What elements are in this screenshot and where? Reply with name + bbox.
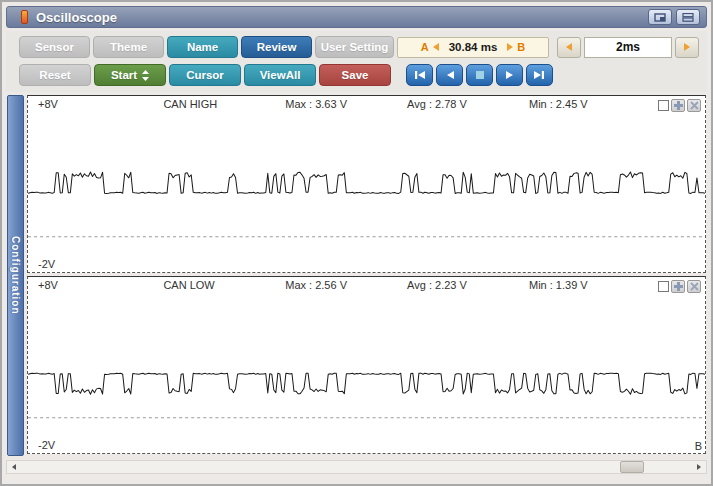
add-channel-button[interactable] (671, 280, 685, 293)
titlebar: Oscilloscope (6, 6, 707, 28)
arrow-right-orange-icon (507, 43, 513, 51)
timebase-value[interactable]: 2ms (584, 37, 672, 58)
cursor-a-label: A (421, 41, 429, 53)
save-button[interactable]: Save (319, 64, 391, 86)
viewall-button[interactable]: ViewAll (244, 64, 316, 86)
step-back-icon (444, 70, 455, 80)
window-title: Oscilloscope (36, 10, 117, 25)
scroll-left-button[interactable] (7, 461, 21, 473)
arrow-left-orange-icon (433, 43, 439, 51)
stop-icon (475, 70, 485, 80)
scrollbar-thumb[interactable] (620, 461, 644, 473)
timebase-decrease-button[interactable] (557, 37, 581, 58)
max-value: Max : 2.56 V (285, 279, 347, 291)
arrow-left-orange-icon (566, 43, 572, 51)
channel-visibility-checkbox[interactable] (658, 281, 669, 292)
plus-icon (674, 101, 683, 110)
min-value: Min : 1.39 V (529, 279, 588, 291)
min-value: Min : 2.45 V (529, 98, 588, 110)
skip-to-start-icon (413, 70, 426, 80)
skip-to-end-icon (533, 70, 546, 80)
plus-icon (674, 282, 683, 291)
close-channel-button[interactable] (687, 280, 701, 293)
skip-to-start-button[interactable] (406, 64, 433, 86)
cursor-button[interactable]: Cursor (169, 64, 241, 86)
play-icon (504, 70, 515, 80)
cursor-b-label: B (517, 41, 525, 53)
arrow-right-orange-icon (684, 43, 690, 51)
start-button-label: Start (111, 65, 137, 85)
configuration-tab-label: Configuration (10, 236, 21, 315)
scroll-right-icon (697, 464, 701, 470)
oscilloscope-window: Oscilloscope Sensor Theme Name Review (0, 0, 713, 486)
avg-value: Avg : 2.78 V (407, 98, 467, 110)
user-setting-button[interactable]: User Setting (315, 36, 394, 58)
top-voltage-label: +8V (38, 98, 58, 110)
bottom-voltage-label: -2V (38, 258, 55, 270)
scroll-left-icon (12, 464, 16, 470)
can-high-waveform (28, 96, 705, 272)
max-value: Max : 3.63 V (285, 98, 347, 110)
window-restore-icon (654, 13, 666, 22)
window-restore-button[interactable] (648, 9, 672, 25)
name-button[interactable]: Name (167, 36, 238, 58)
ab-time-range-display: A 30.84 ms B (397, 37, 549, 58)
skip-to-end-button[interactable] (526, 64, 553, 86)
ab-time-value: 30.84 ms (443, 41, 504, 53)
close-channel-button[interactable] (687, 99, 701, 112)
close-x-icon (690, 282, 699, 291)
play-button[interactable] (496, 64, 523, 86)
close-x-icon (690, 101, 699, 110)
channel-panel-can-low: +8V CAN LOW Max : 2.56 V Avg : 2.23 V Mi… (27, 276, 706, 454)
window-minimize-button[interactable] (676, 9, 700, 25)
sensor-button[interactable]: Sensor (19, 36, 90, 58)
channel-visibility-checkbox[interactable] (658, 100, 669, 111)
window-minimize-icon (682, 13, 694, 22)
can-low-waveform (28, 277, 705, 453)
reset-button[interactable]: Reset (19, 64, 91, 86)
app-icon (21, 10, 28, 24)
scroll-right-button[interactable] (692, 461, 706, 473)
stop-button[interactable] (466, 64, 493, 86)
panel-header: +8V CAN HIGH Max : 3.63 V Avg : 2.78 V M… (28, 98, 705, 114)
spinner-updown-icon (142, 70, 149, 81)
panel-header: +8V CAN LOW Max : 2.56 V Avg : 2.23 V Mi… (28, 279, 705, 295)
channel-name: CAN HIGH (163, 98, 217, 110)
add-channel-button[interactable] (671, 99, 685, 112)
top-voltage-label: +8V (38, 279, 58, 291)
cursor-b-marker: B (695, 440, 702, 452)
theme-button[interactable]: Theme (93, 36, 164, 58)
timebase-increase-button[interactable] (675, 37, 699, 58)
toolbar: Sensor Theme Name Review User Setting A … (6, 31, 707, 92)
step-back-button[interactable] (436, 64, 463, 86)
bottom-voltage-label: -2V (38, 439, 55, 451)
channel-name: CAN LOW (163, 279, 214, 291)
channel-panel-can-high: +8V CAN HIGH Max : 3.63 V Avg : 2.78 V M… (27, 95, 706, 273)
scrollbar-track[interactable] (21, 461, 692, 473)
start-button[interactable]: Start (94, 64, 166, 86)
horizontal-scrollbar (6, 460, 707, 474)
avg-value: Avg : 2.23 V (407, 279, 467, 291)
review-button[interactable]: Review (241, 36, 312, 58)
configuration-tab[interactable]: Configuration (7, 95, 24, 456)
waveform-panels: +8V CAN HIGH Max : 3.63 V Avg : 2.78 V M… (27, 95, 706, 454)
